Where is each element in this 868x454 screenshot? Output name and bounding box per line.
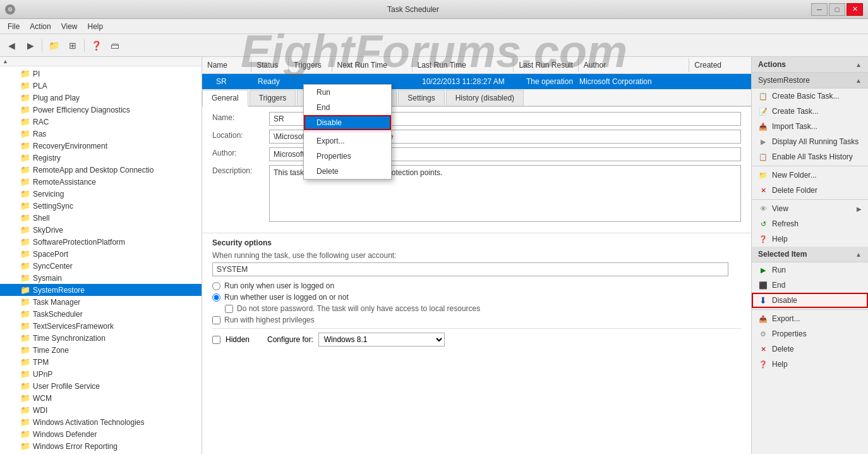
- sidebar-item-softwareprotection[interactable]: 📁 SoftwareProtectionPlatform: [0, 236, 202, 248]
- sidebar-item-skydrive[interactable]: 📁 SkyDrive: [0, 224, 202, 236]
- toolbar-folder[interactable]: 📁: [45, 37, 63, 54]
- sidebar-item-systemrestore[interactable]: ⇒ 📁 SystemRestore: [0, 284, 202, 296]
- sidebar-item-taskmanager[interactable]: 📁 Task Manager: [0, 296, 202, 308]
- sidebar-item-shell[interactable]: 📁 Shell: [0, 212, 202, 224]
- selected-action-export[interactable]: 📤 Export...: [752, 311, 868, 326]
- sidebar-item-settingsync[interactable]: 📁 SettingSync: [0, 200, 202, 212]
- sidebar-item-power[interactable]: 📁 Power Efficiency Diagnostics: [0, 104, 202, 116]
- sidebar-item-pla[interactable]: 📁 PLA: [0, 80, 202, 92]
- action-help-1[interactable]: ❓ Help: [752, 231, 868, 247]
- action-create-task[interactable]: 📝 Create Task...: [752, 104, 868, 119]
- action-delete-folder[interactable]: ✕ Delete Folder: [752, 183, 868, 198]
- tab-history[interactable]: History (disabled): [446, 90, 524, 106]
- menu-file[interactable]: File: [3, 21, 25, 32]
- task-row[interactable]: ► SR Ready 10/22/2013 11:28:27 AM The op…: [202, 74, 751, 90]
- account-input[interactable]: [212, 262, 728, 276]
- sidebar-item-registry[interactable]: 📁 Registry: [0, 152, 202, 164]
- sidebar-item-label: SystemRestore: [33, 286, 85, 295]
- selected-action-properties[interactable]: ⚙ Properties: [752, 326, 868, 341]
- toolbar-list[interactable]: 🗃: [106, 37, 124, 54]
- menu-help[interactable]: Help: [83, 21, 109, 32]
- toolbar-help[interactable]: ❓: [87, 37, 105, 54]
- col-triggers[interactable]: Triggers: [289, 58, 332, 72]
- col-name[interactable]: Name: [202, 58, 251, 72]
- sidebar-item-wdi[interactable]: 📁 WDI: [0, 404, 202, 416]
- sidebar-item-remoteapp[interactable]: 📁 RemoteApp and Desktop Connectio: [0, 164, 202, 176]
- radio-logon-only[interactable]: [212, 282, 220, 290]
- sidebar-item-label: Ras: [33, 130, 46, 138]
- tab-general[interactable]: General: [202, 90, 248, 107]
- folder-icon: 📁: [20, 69, 30, 78]
- toolbar-back[interactable]: ◀: [3, 37, 20, 54]
- sidebar-item-userprofile[interactable]: 📁 User Profile Service: [0, 380, 202, 392]
- sidebar-item-remoteassistance[interactable]: 📁 RemoteAssistance: [0, 176, 202, 188]
- sidebar-item-winerrorreporting[interactable]: 📁 Windows Error Reporting: [0, 440, 202, 452]
- sidebar-item-label: SkyDrive: [33, 226, 63, 235]
- action-display-running[interactable]: ▶ Display All Running Tasks: [752, 134, 868, 149]
- sidebar-item-wcm[interactable]: 📁 WCM: [0, 392, 202, 404]
- selected-action-disable[interactable]: ⬇ Disable: [752, 293, 868, 308]
- radio-whether-logon[interactable]: [212, 293, 220, 302]
- selected-collapse[interactable]: ▲: [855, 251, 862, 258]
- sidebar-item-winactivation[interactable]: 📁 Windows Activation Technologies: [0, 416, 202, 428]
- sidebar-item-pi[interactable]: 📁 PI: [0, 68, 202, 80]
- context-end[interactable]: End: [304, 100, 391, 115]
- checkbox-no-password[interactable]: [225, 305, 233, 313]
- toolbar-grid[interactable]: ⊞: [64, 37, 81, 54]
- collapse-arrow[interactable]: ▲: [855, 61, 862, 68]
- checkbox-highest-priv[interactable]: [212, 316, 220, 324]
- sidebar-item-ras[interactable]: 📁 Ras: [0, 128, 202, 140]
- col-result[interactable]: Last Run Result: [514, 58, 578, 72]
- sidebar-item-windefender[interactable]: 📁 Windows Defender: [0, 428, 202, 440]
- action-enable-history[interactable]: 📋 Enable All Tasks History: [752, 149, 868, 164]
- sidebar-item-sysmain[interactable]: ⇒ 📁 Sysmain: [0, 272, 202, 284]
- context-run[interactable]: Run: [304, 85, 391, 100]
- sidebar-item-timezone[interactable]: 📁 Time Zone: [0, 344, 202, 356]
- sidebar-item-plugandplay[interactable]: 📁 Plug and Play: [0, 92, 202, 104]
- close-button[interactable]: ✕: [847, 3, 863, 16]
- selected-action-end[interactable]: ⬛ End: [752, 278, 868, 293]
- sidebar-item-taskscheduler[interactable]: 📁 TaskScheduler: [0, 308, 202, 320]
- menu-action[interactable]: Action: [25, 21, 56, 32]
- sidebar-item-servicing[interactable]: 📁 Servicing: [0, 188, 202, 200]
- sidebar-item-timesync[interactable]: 📁 Time Synchronization: [0, 332, 202, 344]
- col-author[interactable]: Author: [579, 58, 690, 72]
- sidebar-item-label: RemoteAssistance: [33, 178, 96, 187]
- col-nextrun[interactable]: Next Run Time: [332, 58, 413, 72]
- menu-view[interactable]: View: [56, 21, 83, 32]
- action-import-task[interactable]: 📥 Import Task...: [752, 119, 868, 134]
- context-disable[interactable]: Disable: [304, 115, 391, 130]
- minimize-button[interactable]: ─: [811, 3, 828, 16]
- sidebar-item-tpm[interactable]: 📁 TPM: [0, 356, 202, 368]
- sidebar-item-upnp[interactable]: 📁 UPnP: [0, 368, 202, 380]
- sidebar-item-textservices[interactable]: 📁 TextServicesFramework: [0, 320, 202, 332]
- sidebar-item-rac[interactable]: 📁 RAC: [0, 116, 202, 128]
- sidebar-item-spaceport[interactable]: 📁 SpacePort: [0, 248, 202, 260]
- sidebar[interactable]: ▲ 📁 PI 📁 PLA 📁 Plug and Play 📁 P: [0, 57, 202, 454]
- tab-settings[interactable]: Settings: [398, 90, 444, 106]
- checkbox-hidden[interactable]: [212, 336, 220, 344]
- sidebar-item-recovery[interactable]: 📁 RecoveryEnvironment: [0, 140, 202, 152]
- context-delete[interactable]: Delete: [304, 164, 391, 179]
- maximize-button[interactable]: □: [829, 3, 845, 16]
- configure-select[interactable]: Windows 8.1: [318, 333, 445, 347]
- task-triggers: [291, 80, 335, 83]
- context-properties[interactable]: Properties: [304, 149, 391, 164]
- sidebar-item-synccenter[interactable]: 📁 SyncCenter: [0, 260, 202, 272]
- toolbar-forward[interactable]: ▶: [21, 37, 39, 54]
- action-create-basic[interactable]: 📋 Create Basic Task...: [752, 89, 868, 104]
- context-export[interactable]: Export...: [304, 133, 391, 149]
- action-new-folder[interactable]: 📁 New Folder...: [752, 168, 868, 183]
- selected-action-delete[interactable]: ✕ Delete: [752, 341, 868, 357]
- display-icon: ▶: [758, 137, 768, 147]
- action-view[interactable]: 👁 View ▶: [752, 201, 868, 216]
- col-lastrun[interactable]: Last Run Time: [413, 58, 514, 72]
- col-created[interactable]: Created: [689, 58, 751, 72]
- detail-row-name: Name:: [212, 112, 741, 126]
- selected-action-help[interactable]: ❓ Help: [752, 357, 868, 372]
- selected-action-run[interactable]: ▶ Run: [752, 262, 868, 278]
- tab-triggers[interactable]: Triggers: [250, 90, 296, 106]
- col-status[interactable]: Status: [251, 58, 289, 72]
- subsection-collapse[interactable]: ▲: [855, 77, 862, 84]
- action-refresh[interactable]: ↺ Refresh: [752, 216, 868, 231]
